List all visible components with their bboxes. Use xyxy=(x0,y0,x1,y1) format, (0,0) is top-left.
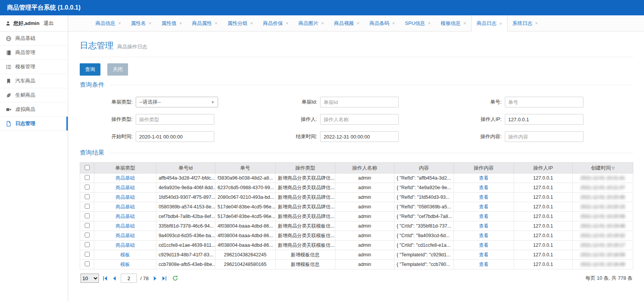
tab-系统日志[interactable]: 系统日志× xyxy=(508,15,543,31)
tab-属性分组[interactable]: 属性分组× xyxy=(222,15,258,31)
view-link[interactable]: 查看 xyxy=(479,185,488,190)
sidebar-item-log-manage[interactable]: 日志管理 xyxy=(0,117,68,131)
op-type-cell: 新增商品分类关联品牌信... xyxy=(275,202,335,212)
op-type-input[interactable] xyxy=(136,114,214,125)
last-page-icon[interactable] xyxy=(161,276,167,281)
page-input[interactable] xyxy=(121,274,137,283)
row-checkbox[interactable] xyxy=(85,252,90,257)
row-checkbox[interactable] xyxy=(85,233,90,238)
end-time-input[interactable] xyxy=(320,131,399,142)
sidebar-item-fresh-goods[interactable]: 生鲜商品 xyxy=(0,88,68,102)
op-type-cell: 新增模板信息 xyxy=(275,260,335,269)
field-label: 操作人IP: xyxy=(449,116,502,123)
tab-close-icon[interactable]: × xyxy=(118,20,121,26)
column-header[interactable]: 操作人名称 xyxy=(335,163,394,173)
view-link[interactable]: 查看 xyxy=(479,204,488,210)
view-link[interactable]: 查看 xyxy=(479,175,488,181)
tab-close-icon[interactable]: × xyxy=(463,20,467,26)
sidebar-item-virtual-goods[interactable]: 虚拟商品 xyxy=(0,102,68,117)
doc-type-link[interactable]: 商品基础 xyxy=(115,233,135,238)
tab-close-icon[interactable]: × xyxy=(392,20,395,26)
view-link[interactable]: 查看 xyxy=(479,233,488,238)
column-header[interactable]: 创建时间▽ xyxy=(572,163,633,173)
tab-close-icon[interactable]: × xyxy=(286,20,289,26)
doc-type-select[interactable]: --请选择--▼ xyxy=(136,97,218,107)
column-header[interactable]: 单号 xyxy=(215,163,275,173)
tab-close-icon[interactable]: × xyxy=(215,20,218,26)
form-field: 结束时间: xyxy=(264,131,449,142)
select-all-checkbox[interactable] xyxy=(85,165,90,170)
doc-no-input[interactable] xyxy=(505,97,583,107)
tab-商品属性[interactable]: 商品属性× xyxy=(187,15,223,31)
row-checkbox[interactable] xyxy=(85,204,90,209)
tab-close-icon[interactable]: × xyxy=(499,21,502,26)
doc-id-input[interactable] xyxy=(320,97,399,107)
doc-type-link[interactable]: 模板 xyxy=(120,262,130,267)
view-link[interactable]: 查看 xyxy=(479,214,488,219)
tab-close-icon[interactable]: × xyxy=(149,20,152,26)
doc-type-link[interactable]: 商品基础 xyxy=(115,223,135,229)
row-checkbox[interactable] xyxy=(85,213,90,218)
operator-input[interactable] xyxy=(320,114,399,125)
row-checkbox[interactable] xyxy=(85,194,90,199)
tab-属性值[interactable]: 属性值× xyxy=(156,15,187,31)
column-header[interactable]: 单据类型 xyxy=(94,163,156,173)
view-link[interactable]: 查看 xyxy=(479,252,488,257)
tab-close-icon[interactable]: × xyxy=(428,20,431,26)
doc-type-link[interactable]: 商品基础 xyxy=(115,214,135,219)
column-header[interactable]: 单号Id xyxy=(156,163,215,173)
sidebar-item-goods-base[interactable]: 商品基础 xyxy=(0,31,68,46)
row-checkbox[interactable] xyxy=(85,261,90,266)
tab-close-icon[interactable]: × xyxy=(356,20,360,26)
tab-属性名[interactable]: 属性名× xyxy=(126,15,157,31)
doc-type-link[interactable]: 商品基础 xyxy=(115,204,135,210)
tab-商品图片[interactable]: 商品图片× xyxy=(294,15,329,31)
tab-close-icon[interactable]: × xyxy=(535,20,538,26)
doc-type-link[interactable]: 商品基础 xyxy=(115,195,135,200)
sidebar-item-template-manage[interactable]: 模板管理 xyxy=(0,60,68,74)
row-checkbox[interactable] xyxy=(85,185,90,190)
op-content-cell: 查看 xyxy=(453,260,514,269)
view-link[interactable]: 查看 xyxy=(479,223,488,229)
sidebar-item-goods-manage[interactable]: 商品管理 xyxy=(0,46,68,60)
doc-type-cell: 模板 xyxy=(94,250,156,260)
refresh-icon[interactable] xyxy=(172,275,178,281)
column-header[interactable]: 内容 xyxy=(394,163,453,173)
tab-商品条码[interactable]: 商品条码× xyxy=(365,15,400,31)
close-button[interactable]: 关闭 xyxy=(107,63,128,76)
tab-close-icon[interactable]: × xyxy=(321,20,324,26)
doc-type-link[interactable]: 商品基础 xyxy=(115,185,135,190)
tab-商品信息[interactable]: 商品信息× xyxy=(90,15,126,31)
page-size-select[interactable]: 10 xyxy=(80,274,99,283)
view-link[interactable]: 查看 xyxy=(479,243,488,248)
view-link[interactable]: 查看 xyxy=(479,262,488,267)
view-link[interactable]: 查看 xyxy=(479,195,488,200)
tab-close-icon[interactable]: × xyxy=(179,20,182,26)
column-header[interactable]: 操作人IP xyxy=(514,163,572,173)
column-header[interactable]: 操作内容 xyxy=(453,163,514,173)
next-page-icon[interactable] xyxy=(152,276,158,281)
tab-商品日志[interactable]: 商品日志× xyxy=(471,15,508,31)
query-button[interactable]: 查询 xyxy=(80,63,100,76)
first-page-icon[interactable] xyxy=(102,276,108,281)
doc-type-link[interactable]: 商品基础 xyxy=(115,175,135,181)
sort-desc-icon[interactable]: ▽ xyxy=(611,166,614,170)
op-content-input[interactable] xyxy=(505,131,583,142)
tab-商品视频[interactable]: 商品视频× xyxy=(329,15,365,31)
tab-close-icon[interactable]: × xyxy=(250,20,253,26)
doc-type-link[interactable]: 商品基础 xyxy=(115,243,135,248)
start-time-input[interactable] xyxy=(136,131,214,142)
tab-商品价保[interactable]: 商品价保× xyxy=(258,15,294,31)
column-header[interactable]: 操作类型 xyxy=(275,163,335,173)
doc-type-link[interactable]: 模板 xyxy=(120,252,130,257)
tab-模板信息[interactable]: 模板信息× xyxy=(436,15,472,31)
prev-page-icon[interactable] xyxy=(112,276,117,281)
row-checkbox[interactable] xyxy=(85,242,90,247)
row-checkbox-cell xyxy=(80,212,94,221)
tab-SPU信息[interactable]: SPU信息× xyxy=(400,15,435,31)
sidebar-item-car-goods[interactable]: 汽车商品 xyxy=(0,74,68,88)
operator-ip-input[interactable] xyxy=(505,114,583,125)
row-checkbox[interactable] xyxy=(85,175,90,180)
row-checkbox[interactable] xyxy=(85,223,90,228)
logout-link[interactable]: 退出 xyxy=(44,20,54,27)
